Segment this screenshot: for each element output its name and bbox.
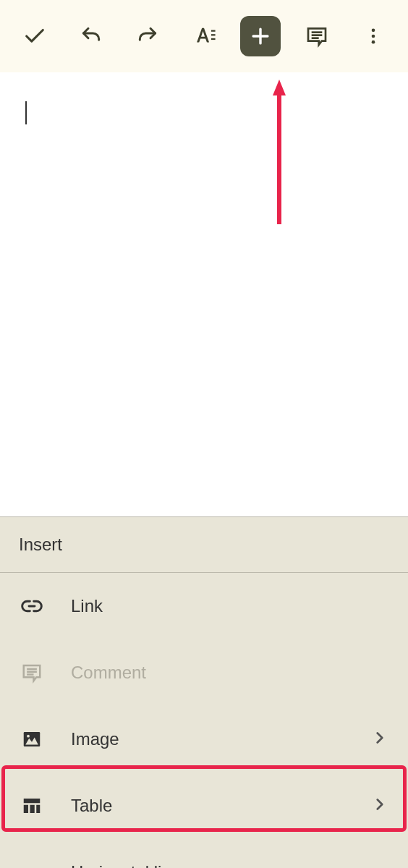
text-cursor [25, 101, 27, 124]
text-format-button[interactable] [184, 16, 224, 56]
svg-rect-0 [211, 30, 216, 32]
insert-panel: Insert Link Comment Image Table [0, 516, 408, 868]
image-icon [19, 726, 45, 752]
svg-rect-22 [36, 805, 40, 813]
svg-rect-1 [211, 34, 216, 35]
insert-table-item[interactable]: Table [0, 773, 408, 839]
chevron-right-icon [370, 728, 389, 750]
insert-link-item[interactable]: Link [0, 573, 408, 639]
insert-button[interactable] [240, 16, 281, 56]
insert-hr-item[interactable]: Horizontal line [0, 839, 408, 868]
svg-point-9 [372, 35, 375, 38]
toolbar [0, 0, 408, 72]
svg-rect-19 [24, 799, 41, 803]
svg-point-18 [27, 735, 30, 738]
undo-icon [80, 25, 103, 48]
svg-rect-20 [24, 805, 28, 813]
undo-button[interactable] [71, 16, 111, 56]
menu-item-label: Image [71, 729, 370, 749]
chevron-right-icon [370, 795, 389, 817]
menu-item-label: Link [71, 596, 389, 616]
svg-rect-21 [30, 805, 35, 813]
table-icon [19, 793, 45, 819]
insert-image-item[interactable]: Image [0, 706, 408, 773]
document-editor[interactable] [0, 72, 408, 516]
redo-button[interactable] [127, 16, 168, 56]
insert-panel-title: Insert [0, 517, 408, 573]
text-format-icon [192, 24, 216, 48]
menu-item-label: Table [71, 796, 370, 816]
plus-icon [248, 24, 273, 48]
done-button[interactable] [14, 16, 55, 56]
comment-icon [305, 25, 328, 48]
check-icon [22, 24, 47, 48]
svg-rect-2 [211, 38, 216, 40]
link-icon [19, 593, 45, 619]
menu-item-label: Comment [71, 663, 389, 683]
redo-icon [136, 25, 159, 48]
svg-point-8 [372, 29, 375, 33]
comment-menu-icon [19, 660, 45, 686]
more-vertical-icon [363, 26, 383, 46]
more-button[interactable] [353, 16, 394, 56]
horizontal-line-icon [19, 859, 45, 868]
insert-comment-item: Comment [0, 639, 408, 706]
comment-toolbar-button[interactable] [297, 16, 337, 56]
menu-item-label: Horizontal line [71, 862, 389, 868]
svg-point-10 [372, 41, 375, 44]
